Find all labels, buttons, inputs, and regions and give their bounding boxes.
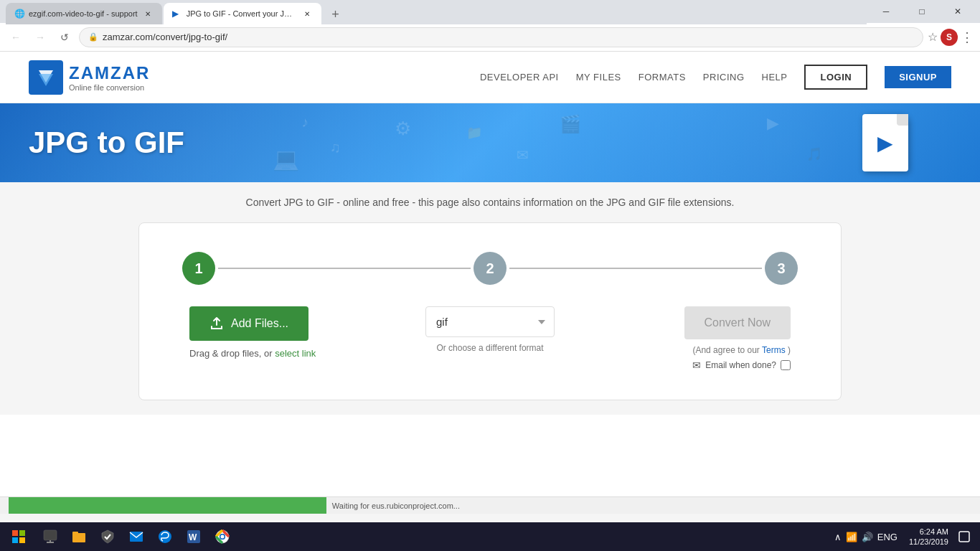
nav-formats[interactable]: FORMATS bbox=[639, 72, 686, 83]
language-indicator[interactable]: ENG bbox=[877, 532, 897, 542]
svg-rect-5 bbox=[19, 537, 25, 543]
format-hint: Or choose a different format bbox=[436, 343, 543, 353]
svg-rect-6 bbox=[44, 530, 57, 540]
email-checkbox[interactable] bbox=[781, 360, 791, 370]
taskbar: W ∧ 📶 🔊 ENG 6:24 AM 11/23/2019 bbox=[0, 522, 980, 551]
reload-button[interactable]: ↺ bbox=[55, 27, 75, 47]
email-icon: ✉ bbox=[692, 359, 701, 371]
step-1-circle: 1 bbox=[182, 252, 215, 285]
main-content: Convert JPG to GIF - online and free - t… bbox=[0, 182, 980, 415]
nav-bar: ← → ↺ 🔒 zamzar.com/convert/jpg-to-gif/ ☆… bbox=[0, 23, 980, 52]
taskbar-chrome[interactable] bbox=[209, 524, 235, 550]
deco-folder-icon: 📁 bbox=[466, 125, 482, 141]
steps-content: Add Files... Drag & drop files, or selec… bbox=[182, 306, 798, 371]
volume-icon[interactable]: 🔊 bbox=[862, 532, 873, 542]
svg-rect-4 bbox=[12, 537, 18, 543]
taskbar-security[interactable] bbox=[95, 524, 121, 550]
step-1-content: Add Files... Drag & drop files, or selec… bbox=[182, 306, 390, 371]
tab-zamzar[interactable]: ▶ JPG to GIF - Convert your JPG to... ✕ bbox=[164, 3, 321, 24]
taskbar-mail[interactable] bbox=[123, 524, 149, 550]
avatar-letter: S bbox=[946, 32, 952, 42]
deco-play-icon: ▶ bbox=[767, 114, 779, 133]
terms-link[interactable]: Terms bbox=[762, 345, 786, 355]
website-content: ZAMZAR Online file conversion DEVELOPER … bbox=[0, 52, 980, 496]
play-arrow-icon: ▶ bbox=[877, 131, 893, 155]
step-2-circle: 2 bbox=[473, 252, 507, 285]
logo-area[interactable]: ZAMZAR Online file conversion bbox=[29, 60, 150, 95]
status-bar: Waiting for eus.rubiconproject.com... bbox=[0, 496, 980, 514]
notification-button[interactable] bbox=[954, 527, 974, 547]
tab-favicon-zamzar: ▶ bbox=[172, 9, 182, 19]
clock[interactable]: 6:24 AM 11/23/2019 bbox=[909, 527, 948, 547]
upload-icon bbox=[209, 316, 224, 331]
login-button[interactable]: LOGIN bbox=[804, 65, 867, 90]
nav-my-files[interactable]: MY FILES bbox=[576, 72, 621, 83]
deco-image-icon: 🎬 bbox=[560, 114, 581, 134]
svg-rect-11 bbox=[130, 532, 143, 542]
format-select[interactable]: gif bbox=[425, 306, 555, 337]
tab-favicon-ezgif: 🌐 bbox=[14, 9, 24, 19]
windows-logo-icon bbox=[11, 529, 26, 544]
email-when-done-label: Email when done? bbox=[705, 360, 776, 370]
email-notification-row: ✉ Email when done? bbox=[692, 359, 791, 371]
hero-illustration: ▶ bbox=[862, 114, 908, 171]
step-3-content: Convert Now (And agree to our Terms ) ✉ … bbox=[590, 306, 798, 371]
select-link[interactable]: select link bbox=[275, 348, 316, 359]
convert-btn-wrap: Convert Now (And agree to our Terms ) ✉ … bbox=[684, 306, 791, 371]
chrome-icon bbox=[215, 529, 230, 544]
nav-right-controls: ☆ S ⋮ bbox=[928, 29, 974, 46]
svg-rect-3 bbox=[19, 530, 25, 536]
convert-now-button[interactable]: Convert Now bbox=[684, 306, 791, 339]
new-tab-button[interactable]: + bbox=[326, 4, 346, 24]
site-navigation: DEVELOPER API MY FILES FORMATS PRICING H… bbox=[480, 65, 951, 90]
signup-button[interactable]: SIGNUP bbox=[885, 66, 951, 88]
nav-developer-api[interactable]: DEVELOPER API bbox=[480, 72, 559, 83]
edge-icon bbox=[158, 529, 172, 544]
svg-text:W: W bbox=[189, 532, 197, 542]
add-files-button[interactable]: Add Files... bbox=[189, 306, 308, 341]
taskbar-apps: W bbox=[37, 524, 235, 550]
svg-rect-19 bbox=[959, 532, 969, 542]
close-button[interactable]: ✕ bbox=[941, 0, 974, 23]
network-icon[interactable]: 📶 bbox=[846, 532, 857, 542]
user-avatar[interactable]: S bbox=[941, 29, 958, 46]
tab-ezgif[interactable]: 🌐 ezgif.com-video-to-gif - support ✕ bbox=[6, 3, 162, 24]
nav-help[interactable]: HELP bbox=[762, 72, 788, 83]
taskbar-right: ∧ 📶 🔊 ENG 6:24 AM 11/23/2019 bbox=[834, 527, 974, 547]
forward-button[interactable]: → bbox=[30, 27, 50, 47]
drag-drop-text: Drag & drop files, or select link bbox=[189, 348, 316, 359]
terms-agreement-text: (And agree to our Terms ) bbox=[692, 345, 791, 355]
title-bar: 🌐 ezgif.com-video-to-gif - support ✕ ▶ J… bbox=[0, 0, 980, 23]
tab-close-ezgif[interactable]: ✕ bbox=[142, 8, 154, 19]
page-description: Convert JPG to GIF - online and free - t… bbox=[29, 197, 951, 208]
taskbar-file-explorer[interactable] bbox=[66, 524, 92, 550]
svg-rect-10 bbox=[72, 532, 78, 534]
back-button[interactable]: ← bbox=[6, 27, 26, 47]
mail-icon bbox=[129, 531, 143, 542]
taskbar-search[interactable] bbox=[37, 524, 63, 550]
tab-close-zamzar[interactable]: ✕ bbox=[301, 8, 313, 19]
logo-icon bbox=[29, 60, 63, 95]
maximize-button[interactable]: □ bbox=[905, 0, 938, 23]
logo-tagline: Online file conversion bbox=[69, 83, 150, 92]
taskbar-time-display: 6:24 AM bbox=[909, 527, 948, 537]
url-display: zamzar.com/convert/jpg-to-gif/ bbox=[103, 32, 914, 42]
security-icon bbox=[101, 529, 114, 544]
taskbar-word[interactable]: W bbox=[181, 524, 207, 550]
add-files-label: Add Files... bbox=[231, 317, 288, 330]
taskbar-system-icons: ∧ 📶 🔊 ENG bbox=[834, 532, 897, 542]
show-hidden-icon[interactable]: ∧ bbox=[834, 532, 842, 542]
step-line-2-3 bbox=[509, 268, 762, 269]
nav-pricing[interactable]: PRICING bbox=[703, 72, 745, 83]
taskbar-edge[interactable] bbox=[152, 524, 178, 550]
steps-indicator: 1 2 3 bbox=[182, 252, 798, 285]
address-bar[interactable]: 🔒 zamzar.com/convert/jpg-to-gif/ bbox=[79, 27, 923, 47]
step-line-1-2 bbox=[218, 268, 471, 269]
deco-settings-icon: ⚙ bbox=[395, 118, 411, 140]
start-button[interactable] bbox=[6, 524, 32, 550]
tab-title-zamzar: JPG to GIF - Convert your JPG to... bbox=[187, 9, 297, 18]
taskbar-search-icon bbox=[43, 529, 57, 544]
minimize-button[interactable]: ─ bbox=[870, 0, 903, 23]
browser-menu-button[interactable]: ⋮ bbox=[961, 29, 974, 45]
bookmark-star-icon[interactable]: ☆ bbox=[928, 30, 938, 44]
